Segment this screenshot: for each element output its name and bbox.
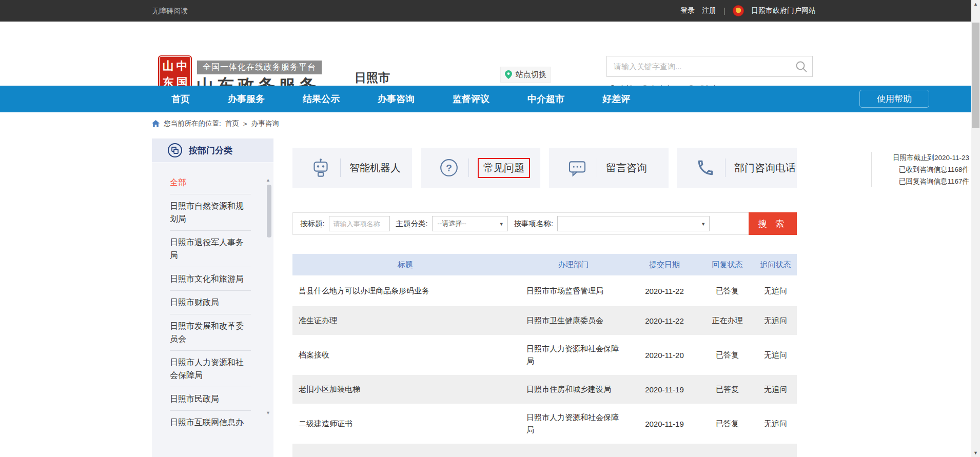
browser-scrollbar[interactable]: ▲ ▼ <box>971 0 980 457</box>
row-followup-status: 无追问 <box>754 385 797 394</box>
register-link[interactable]: 注册 <box>702 6 716 15</box>
table-row: 准生证办理 日照市卫生健康委员会 2020-11-22 正在办理 无追问 <box>292 306 797 335</box>
search-icon[interactable] <box>795 60 808 73</box>
message-icon <box>566 157 588 178</box>
search-button[interactable]: 搜 索 <box>749 212 797 235</box>
consultation-stats: 日照市截止到2020-11-23 已收到咨询信息1168件 已回复咨询信息116… <box>871 152 969 187</box>
filter-title-input[interactable] <box>329 216 390 231</box>
row-followup-status: 无追问 <box>754 419 797 429</box>
topbar: 无障碍阅读 登录 注册 | ★ 日照市政府门户网站 <box>0 0 971 22</box>
row-department: 日照市住房和城乡建设局 <box>518 383 629 395</box>
topbar-right: 登录 注册 | ★ 日照市政府门户网站 <box>680 0 816 22</box>
sidebar-item[interactable]: 日照市文化和旅游局 <box>170 267 251 291</box>
channel-tabs: 智能机器人 ? 常见问题 留言咨询 <box>292 148 797 188</box>
breadcrumb-current[interactable]: 办事咨询 <box>251 119 279 128</box>
nav-item-home[interactable]: 首页 <box>171 93 190 105</box>
header: 山 中 东 国 全国一体化在线政务服务平台 山东政务服务 日照市 站点切换 全部… <box>0 22 971 86</box>
sidebar-list: 全部 日照市自然资源和规划局 日照市退役军人事务局 日照市文化和旅游局 日照市财… <box>152 163 273 434</box>
nav-items: 首页 办事服务 结果公示 办事咨询 监督评议 中介超市 好差评 <box>171 86 630 112</box>
sidebar-item[interactable]: 日照市自然资源和规划局 <box>170 194 251 231</box>
tab-label: 部门咨询电话 <box>734 161 796 175</box>
row-title-link[interactable]: 老旧小区加装电梯 <box>292 385 518 394</box>
row-date: 2020-11-19 <box>629 385 700 394</box>
category-select[interactable]: --请选择-- ▼ <box>432 216 508 231</box>
col-header-title: 标题 <box>292 260 518 270</box>
table-row: 档案接收 日照市人力资源和社会保障局 2020-11-20 已答复 无追问 <box>292 335 797 375</box>
portal-link[interactable]: 日照市政府门户网站 <box>751 6 816 15</box>
item-name-select[interactable]: ▼ <box>557 216 710 231</box>
filter-category-label: 主题分类: <box>396 219 428 229</box>
sidebar-title: 按部门分类 <box>189 145 232 156</box>
tab-faq[interactable]: ? 常见问题 <box>421 148 540 188</box>
row-followup-status: 无追问 <box>754 286 797 296</box>
col-header-followup-status: 追问状态 <box>754 260 797 270</box>
chevron-down-icon: ▼ <box>701 222 705 227</box>
row-title-link[interactable]: 二级建造师证书 <box>292 419 518 429</box>
tab-divider <box>597 158 597 177</box>
help-button[interactable]: 使用帮助 <box>859 90 929 108</box>
table-row: 老旧小区加装电梯 日照市住房和城乡建设局 2020-11-19 已答复 无追问 <box>292 375 797 404</box>
row-title-link[interactable]: 档案接收 <box>292 350 518 360</box>
accessibility-link[interactable]: 无障碍阅读 <box>152 0 188 22</box>
tab-divider <box>340 158 341 177</box>
tab-smart-robot[interactable]: 智能机器人 <box>292 148 412 188</box>
filter-title-label: 按标题: <box>300 219 325 229</box>
location-pin-icon <box>505 70 512 79</box>
col-header-reply-status: 回复状态 <box>700 260 754 270</box>
sidebar-scroll-down-icon[interactable]: ▼ <box>266 410 270 415</box>
nav-item-intermediary[interactable]: 中介超市 <box>527 93 564 105</box>
sidebar-item[interactable]: 日照市财政局 <box>170 291 251 314</box>
scrollbar-down-icon[interactable]: ▼ <box>971 450 980 455</box>
sidebar-item[interactable]: 日照市退役军人事务局 <box>170 231 251 267</box>
nav-item-services[interactable]: 办事服务 <box>228 93 265 105</box>
row-date: 2020-11-19 <box>629 420 700 428</box>
sidebar-item[interactable]: 日照市民政局 <box>170 387 251 411</box>
breadcrumb: 您当前所在的位置: 首页 > 办事咨询 <box>152 112 279 135</box>
breadcrumb-separator: > <box>243 120 247 128</box>
tab-label-highlighted: 常见问题 <box>478 158 530 178</box>
seal-char: 中 <box>175 58 189 74</box>
row-reply-status: 已答复 <box>700 385 754 394</box>
row-title-link[interactable]: 准生证办理 <box>292 316 518 326</box>
row-reply-status: 已答复 <box>700 286 754 296</box>
filter-bar: 按标题: 主题分类: --请选择-- ▼ 按事项名称: ▼ 搜 索 <box>292 212 797 235</box>
sidebar-item[interactable]: 日照市发展和改革委员会 <box>170 314 251 351</box>
svg-text:?: ? <box>446 163 452 173</box>
question-icon: ? <box>438 157 460 178</box>
tab-message-consult[interactable]: 留言咨询 <box>549 148 669 188</box>
nav-item-evaluation[interactable]: 好差评 <box>602 93 630 105</box>
robot-icon <box>310 157 331 178</box>
department-sidebar: 按部门分类 全部 日照市自然资源和规划局 日照市退役军人事务局 日照市文化和旅游… <box>152 138 273 457</box>
topbar-divider: | <box>723 7 726 15</box>
row-department: 日照市人力资源和社会保障局 <box>518 343 629 367</box>
col-header-date: 提交日期 <box>629 260 700 270</box>
row-title-link[interactable]: 莒县什么地方可以办理商品条形码业务 <box>292 286 518 296</box>
table-row: 莒县什么地方可以办理商品条形码业务 日照市市场监督管理局 2020-11-22 … <box>292 275 797 306</box>
row-reply-status: 已答复 <box>700 419 754 429</box>
scrollbar-up-icon[interactable]: ▲ <box>971 2 980 7</box>
row-reply-status: 已答复 <box>700 350 754 360</box>
row-department: 日照市卫生健康委员会 <box>518 314 629 327</box>
table-header: 标题 办理部门 提交日期 回复状态 追问状态 <box>292 254 797 275</box>
main-nav: 首页 办事服务 结果公示 办事咨询 监督评议 中介超市 好差评 使用帮助 <box>0 86 980 112</box>
login-link[interactable]: 登录 <box>680 6 695 15</box>
row-followup-status: 无追问 <box>754 316 797 326</box>
nav-item-supervision[interactable]: 监督评议 <box>453 93 489 105</box>
department-category-icon <box>167 143 183 158</box>
sidebar-scroll-up-icon[interactable]: ▲ <box>266 177 270 183</box>
sidebar-item[interactable]: 日照市互联网信息办 <box>170 411 251 434</box>
search-input[interactable] <box>607 56 812 76</box>
stats-received: 已收到咨询信息1168件 <box>876 164 969 175</box>
header-search <box>606 56 813 77</box>
nav-item-consultation[interactable]: 办事咨询 <box>378 93 415 105</box>
sidebar-header: 按部门分类 <box>152 138 273 163</box>
sidebar-item[interactable]: 日照市人力资源和社会保障局 <box>170 351 251 387</box>
site-switch-button[interactable]: 站点切换 <box>500 67 551 83</box>
nav-item-results[interactable]: 结果公示 <box>303 93 340 105</box>
scrollbar-thumb[interactable] <box>972 23 979 128</box>
sidebar-item-all[interactable]: 全部 <box>170 171 251 194</box>
sidebar-scrollbar-thumb[interactable] <box>267 185 271 237</box>
breadcrumb-home[interactable]: 首页 <box>225 119 239 128</box>
chevron-down-icon: ▼ <box>499 222 504 227</box>
tab-phone-consult[interactable]: 部门咨询电话 <box>677 148 797 188</box>
